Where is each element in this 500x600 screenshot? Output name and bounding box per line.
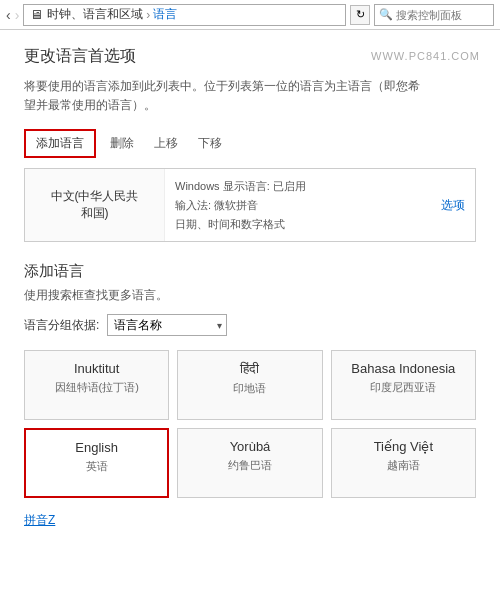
address-bar: ‹ › 🖥 时钟、语言和区域 › 语言 ↻ 🔍 [0, 0, 500, 30]
lang-info-line3: 日期、时间和数字格式 [175, 215, 421, 234]
breadcrumb-part2[interactable]: 语言 [153, 6, 177, 23]
lang-info-cell: Windows 显示语言: 已启用 输入法: 微软拼音 日期、时间和数字格式 [165, 169, 431, 241]
add-language-section-title: 添加语言 [24, 262, 476, 281]
move-down-button[interactable]: 下移 [192, 131, 228, 156]
lang-name-cell: 中文(中华人民共 和国) [25, 169, 165, 241]
language-grid: Inuktitut因纽特语(拉丁语)हिंदी印地语Bahasa Indones… [24, 350, 476, 498]
bottom-link[interactable]: 拼音Z [24, 513, 55, 527]
table-row[interactable]: 中文(中华人民共 和国) Windows 显示语言: 已启用 输入法: 微软拼音… [25, 169, 475, 241]
lang-card-native: 因纽特语(拉丁语) [55, 380, 139, 395]
filter-row: 语言分组依据: 语言名称 区域 [24, 314, 476, 336]
breadcrumb: 🖥 时钟、语言和区域 › 语言 [23, 4, 346, 26]
forward-icon[interactable]: › [15, 7, 20, 23]
filter-select[interactable]: 语言名称 区域 [107, 314, 227, 336]
lang-card-name: English [75, 440, 118, 455]
lang-card-native: 约鲁巴语 [228, 458, 272, 473]
refresh-button[interactable]: ↻ [350, 5, 370, 25]
toolbar: 添加语言 删除 上移 下移 [24, 129, 476, 158]
delete-button[interactable]: 删除 [104, 131, 140, 156]
lang-card[interactable]: Bahasa Indonesia印度尼西亚语 [331, 350, 476, 420]
lang-card-name: Tiếng Việt [374, 439, 433, 454]
move-up-button[interactable]: 上移 [148, 131, 184, 156]
search-icon: 🔍 [379, 8, 393, 21]
lang-card[interactable]: English英语 [24, 428, 169, 498]
installed-lang-name: 中文(中华人民共 和国) [51, 188, 139, 222]
lang-card[interactable]: Yorùbá约鲁巴语 [177, 428, 322, 498]
lang-card-name: Yorùbá [230, 439, 271, 454]
lang-info-line2: 输入法: 微软拼音 [175, 196, 421, 215]
filter-select-wrapper[interactable]: 语言名称 区域 [107, 314, 227, 336]
lang-card-native: 印地语 [233, 381, 266, 396]
lang-card[interactable]: हिंदी印地语 [177, 350, 322, 420]
lang-options-button[interactable]: 选项 [431, 169, 475, 241]
breadcrumb-part1[interactable]: 时钟、语言和区域 [47, 6, 143, 23]
lang-info-line1: Windows 显示语言: 已启用 [175, 177, 421, 196]
breadcrumb-sep1: › [146, 8, 150, 22]
lang-card[interactable]: Tiếng Việt越南语 [331, 428, 476, 498]
breadcrumb-root-icon: 🖥 [30, 7, 43, 22]
lang-card-name: Inuktitut [74, 361, 120, 376]
installed-language-list: 中文(中华人民共 和国) Windows 显示语言: 已启用 输入法: 微软拼音… [24, 168, 476, 242]
lang-card-name: Bahasa Indonesia [351, 361, 455, 376]
filter-label: 语言分组依据: [24, 317, 99, 334]
description: 将要使用的语言添加到此列表中。位于列表第一位的语言为主语言（即您希望并最常使用的… [24, 77, 424, 115]
search-box: 🔍 [374, 4, 494, 26]
search-input[interactable] [396, 9, 486, 21]
lang-card-name: हिंदी [240, 361, 259, 377]
add-language-desc: 使用搜索框查找更多语言。 [24, 287, 476, 304]
watermark: WWW.PC841.COM [371, 50, 480, 62]
back-icon[interactable]: ‹ [6, 7, 11, 23]
add-language-button[interactable]: 添加语言 [24, 129, 96, 158]
lang-card-native: 越南语 [387, 458, 420, 473]
lang-card-native: 英语 [86, 459, 108, 474]
main-content: WWW.PC841.COM 更改语言首选项 将要使用的语言添加到此列表中。位于列… [0, 30, 500, 600]
lang-card-native: 印度尼西亚语 [370, 380, 436, 395]
lang-card[interactable]: Inuktitut因纽特语(拉丁语) [24, 350, 169, 420]
